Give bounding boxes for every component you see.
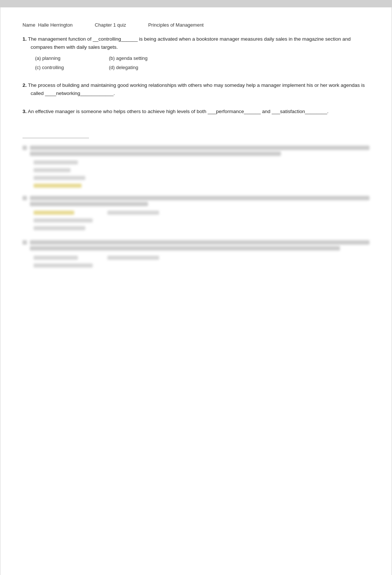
name-label: Name Halle Herrington <box>23 22 73 28</box>
course-label: Principles of Management <box>148 22 203 28</box>
header: Name Halle Herrington Chapter 1 quiz Pri… <box>23 22 369 28</box>
question-1: 1. The management function of __controll… <box>23 35 369 71</box>
question-1-number: 1. <box>23 36 27 42</box>
question-2: 2. The process of building and maintaini… <box>23 81 369 97</box>
blurred-question-4 <box>23 146 369 188</box>
question-1-answers: (a) planning (b) agenda setting (c) cont… <box>34 55 369 71</box>
answer-1c: (c) controlling <box>34 64 107 71</box>
answer-1c-highlighted: (c) controlling <box>35 65 64 70</box>
page: Name Halle Herrington Chapter 1 quiz Pri… <box>0 7 392 575</box>
chapter-label: Chapter 1 quiz <box>95 22 126 28</box>
blurred-section <box>23 146 369 269</box>
answer-1a: (a) planning <box>34 55 107 62</box>
answer-1b: (b) agenda setting <box>107 55 203 62</box>
blurred-question-5 <box>23 196 369 232</box>
question-2-text: 2. The process of building and maintaini… <box>23 81 369 97</box>
question-1-text: 1. The management function of __controll… <box>23 35 369 51</box>
blurred-question-6 <box>23 240 369 269</box>
question-2-number: 2. <box>23 82 27 88</box>
answer-1d: (d) delegating <box>107 64 203 71</box>
question-3-text: 3. An effective manager is someone who h… <box>23 108 369 116</box>
question-3: 3. An effective manager is someone who h… <box>23 108 369 116</box>
question-3-number: 3. <box>23 109 27 114</box>
section-divider <box>23 138 89 138</box>
